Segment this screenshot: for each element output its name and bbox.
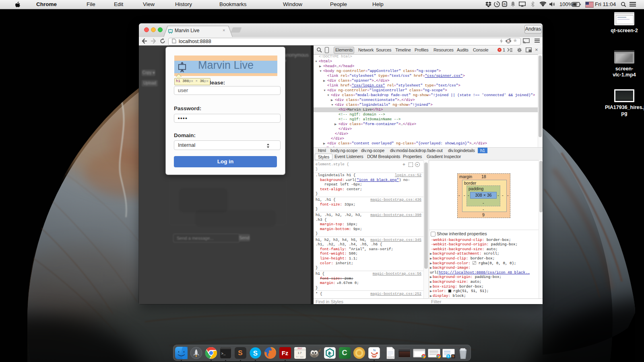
svg-text:DOCX: DOCX xyxy=(388,356,394,358)
svg-text:S: S xyxy=(253,350,257,357)
